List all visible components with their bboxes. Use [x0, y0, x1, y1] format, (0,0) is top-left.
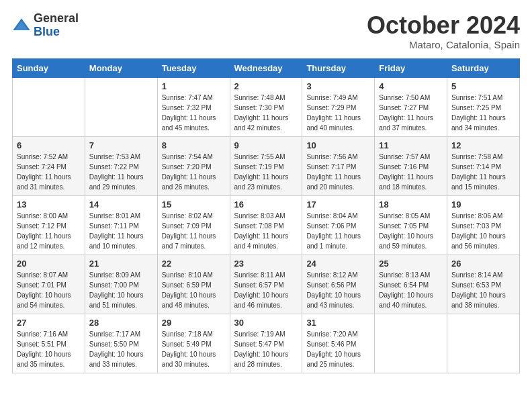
title-block: October 2024 Mataro, Catalonia, Spain — [367, 12, 520, 50]
calendar-cell: 24Sunrise: 8:12 AMSunset: 6:56 PMDayligh… — [302, 255, 375, 314]
day-info: Sunrise: 7:52 AMSunset: 7:24 PMDaylight:… — [17, 152, 81, 192]
calendar-cell: 2Sunrise: 7:48 AMSunset: 7:30 PMDaylight… — [230, 77, 302, 136]
logo-general-text: General — [34, 12, 79, 26]
weekday-header-sunday: Sunday — [13, 58, 85, 77]
day-number: 21 — [89, 259, 153, 269]
weekday-header-monday: Monday — [85, 58, 157, 77]
day-number: 28 — [89, 318, 153, 328]
calendar-cell: 1Sunrise: 7:47 AMSunset: 7:32 PMDaylight… — [157, 77, 230, 136]
day-number: 18 — [379, 199, 443, 210]
day-info: Sunrise: 7:56 AMSunset: 7:17 PMDaylight:… — [306, 152, 370, 192]
day-info: Sunrise: 7:20 AMSunset: 5:46 PMDaylight:… — [306, 329, 370, 369]
calendar-cell — [447, 314, 520, 373]
day-number: 15 — [162, 199, 226, 210]
day-number: 10 — [306, 140, 370, 150]
day-info: Sunrise: 8:00 AMSunset: 7:12 PMDaylight:… — [17, 211, 81, 251]
day-number: 26 — [451, 259, 515, 269]
day-info: Sunrise: 8:14 AMSunset: 6:53 PMDaylight:… — [451, 270, 515, 310]
logo-text: General Blue — [34, 12, 79, 39]
calendar-cell: 29Sunrise: 7:18 AMSunset: 5:49 PMDayligh… — [157, 314, 230, 373]
calendar-cell — [85, 77, 157, 136]
day-number: 31 — [306, 318, 370, 328]
header: General Blue October 2024 Mataro, Catalo… — [12, 12, 520, 50]
day-info: Sunrise: 7:50 AMSunset: 7:27 PMDaylight:… — [379, 93, 443, 133]
calendar-cell: 6Sunrise: 7:52 AMSunset: 7:24 PMDaylight… — [13, 136, 85, 195]
calendar-cell: 26Sunrise: 8:14 AMSunset: 6:53 PMDayligh… — [447, 255, 520, 314]
day-number: 2 — [234, 81, 298, 91]
day-info: Sunrise: 7:58 AMSunset: 7:14 PMDaylight:… — [451, 152, 515, 192]
day-info: Sunrise: 8:02 AMSunset: 7:09 PMDaylight:… — [162, 211, 226, 251]
calendar-cell: 20Sunrise: 8:07 AMSunset: 7:01 PMDayligh… — [13, 255, 85, 314]
day-number: 11 — [379, 140, 443, 150]
day-info: Sunrise: 7:57 AMSunset: 7:16 PMDaylight:… — [379, 152, 443, 192]
day-number: 1 — [162, 81, 226, 91]
calendar-cell: 8Sunrise: 7:54 AMSunset: 7:20 PMDaylight… — [157, 136, 230, 195]
calendar-cell: 27Sunrise: 7:16 AMSunset: 5:51 PMDayligh… — [13, 314, 85, 373]
calendar-cell — [13, 77, 85, 136]
day-number: 3 — [306, 81, 370, 91]
calendar-week-row: 27Sunrise: 7:16 AMSunset: 5:51 PMDayligh… — [13, 314, 520, 373]
day-info: Sunrise: 8:12 AMSunset: 6:56 PMDaylight:… — [306, 270, 370, 310]
day-number: 17 — [306, 199, 370, 210]
calendar-cell: 18Sunrise: 8:05 AMSunset: 7:05 PMDayligh… — [375, 195, 447, 255]
day-number: 6 — [17, 140, 81, 150]
day-number: 20 — [17, 259, 81, 269]
calendar-cell: 23Sunrise: 8:11 AMSunset: 6:57 PMDayligh… — [230, 255, 302, 314]
calendar-cell: 4Sunrise: 7:50 AMSunset: 7:27 PMDaylight… — [375, 77, 447, 136]
day-number: 4 — [379, 81, 443, 91]
day-info: Sunrise: 8:05 AMSunset: 7:05 PMDaylight:… — [379, 211, 443, 251]
day-number: 23 — [234, 259, 298, 269]
weekday-header-tuesday: Tuesday — [157, 58, 230, 77]
calendar-cell: 17Sunrise: 8:04 AMSunset: 7:06 PMDayligh… — [302, 195, 375, 255]
day-info: Sunrise: 7:51 AMSunset: 7:25 PMDaylight:… — [451, 93, 515, 133]
day-info: Sunrise: 8:03 AMSunset: 7:08 PMDaylight:… — [234, 211, 298, 251]
calendar-cell: 12Sunrise: 7:58 AMSunset: 7:14 PMDayligh… — [447, 136, 520, 195]
calendar-week-row: 20Sunrise: 8:07 AMSunset: 7:01 PMDayligh… — [13, 255, 520, 314]
weekday-header-saturday: Saturday — [447, 58, 520, 77]
day-info: Sunrise: 7:18 AMSunset: 5:49 PMDaylight:… — [162, 329, 226, 369]
day-number: 16 — [234, 199, 298, 210]
logo: General Blue — [12, 12, 79, 39]
day-number: 25 — [379, 259, 443, 269]
calendar-cell — [375, 314, 447, 373]
calendar-cell: 19Sunrise: 8:06 AMSunset: 7:03 PMDayligh… — [447, 195, 520, 255]
day-number: 30 — [234, 318, 298, 328]
day-info: Sunrise: 8:07 AMSunset: 7:01 PMDaylight:… — [17, 270, 81, 310]
month-title: October 2024 — [367, 12, 520, 39]
day-number: 29 — [162, 318, 226, 328]
calendar-cell: 16Sunrise: 8:03 AMSunset: 7:08 PMDayligh… — [230, 195, 302, 255]
day-number: 5 — [451, 81, 515, 91]
day-info: Sunrise: 7:54 AMSunset: 7:20 PMDaylight:… — [162, 152, 226, 192]
calendar-cell: 31Sunrise: 7:20 AMSunset: 5:46 PMDayligh… — [302, 314, 375, 373]
day-number: 9 — [234, 140, 298, 150]
page-container: General Blue October 2024 Mataro, Catalo… — [0, 0, 532, 380]
calendar-cell: 15Sunrise: 8:02 AMSunset: 7:09 PMDayligh… — [157, 195, 230, 255]
calendar-cell: 25Sunrise: 8:13 AMSunset: 6:54 PMDayligh… — [375, 255, 447, 314]
calendar-cell: 10Sunrise: 7:56 AMSunset: 7:17 PMDayligh… — [302, 136, 375, 195]
weekday-header-wednesday: Wednesday — [230, 58, 302, 77]
weekday-header-friday: Friday — [375, 58, 447, 77]
calendar-cell: 14Sunrise: 8:01 AMSunset: 7:11 PMDayligh… — [85, 195, 157, 255]
day-info: Sunrise: 7:17 AMSunset: 5:50 PMDaylight:… — [89, 329, 153, 369]
logo-blue-text: Blue — [34, 26, 79, 39]
calendar-week-row: 13Sunrise: 8:00 AMSunset: 7:12 PMDayligh… — [13, 195, 520, 255]
day-number: 27 — [17, 318, 81, 328]
calendar-cell: 28Sunrise: 7:17 AMSunset: 5:50 PMDayligh… — [85, 314, 157, 373]
day-info: Sunrise: 8:10 AMSunset: 6:59 PMDaylight:… — [162, 270, 226, 310]
day-number: 8 — [162, 140, 226, 150]
location-title: Mataro, Catalonia, Spain — [367, 39, 520, 50]
calendar-cell: 9Sunrise: 7:55 AMSunset: 7:19 PMDaylight… — [230, 136, 302, 195]
day-info: Sunrise: 8:04 AMSunset: 7:06 PMDaylight:… — [306, 211, 370, 251]
day-info: Sunrise: 7:19 AMSunset: 5:47 PMDaylight:… — [234, 329, 298, 369]
calendar-cell: 22Sunrise: 8:10 AMSunset: 6:59 PMDayligh… — [157, 255, 230, 314]
weekday-header-thursday: Thursday — [302, 58, 375, 77]
calendar-cell: 30Sunrise: 7:19 AMSunset: 5:47 PMDayligh… — [230, 314, 302, 373]
calendar-cell: 21Sunrise: 8:09 AMSunset: 7:00 PMDayligh… — [85, 255, 157, 314]
day-info: Sunrise: 8:13 AMSunset: 6:54 PMDaylight:… — [379, 270, 443, 310]
calendar-week-row: 1Sunrise: 7:47 AMSunset: 7:32 PMDaylight… — [13, 77, 520, 136]
day-info: Sunrise: 7:55 AMSunset: 7:19 PMDaylight:… — [234, 152, 298, 192]
day-info: Sunrise: 8:01 AMSunset: 7:11 PMDaylight:… — [89, 211, 153, 251]
weekday-header-row: SundayMondayTuesdayWednesdayThursdayFrid… — [13, 58, 520, 77]
calendar-table: SundayMondayTuesdayWednesdayThursdayFrid… — [12, 58, 520, 373]
calendar-cell: 13Sunrise: 8:00 AMSunset: 7:12 PMDayligh… — [13, 195, 85, 255]
